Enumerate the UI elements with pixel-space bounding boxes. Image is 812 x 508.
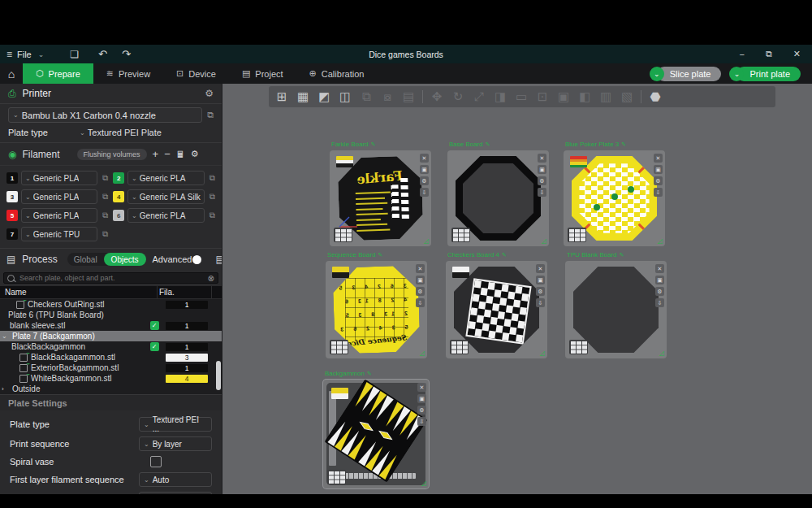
orient-plate-icon[interactable]: ⇩	[536, 298, 545, 307]
ams-sync-icon[interactable]: 🖩	[176, 150, 185, 159]
printer-select[interactable]: ⌄ Bambu Lab X1 Carbon 0.4 nozzle	[8, 107, 202, 123]
file-menu[interactable]: File	[17, 50, 32, 59]
plate-name[interactable]: Sequence Board✎	[327, 251, 382, 258]
filament-badge[interactable]: 1	[166, 364, 208, 372]
plate-card-checkers[interactable]: Checkers Board 4✎ ✕ ▣ ⚙ ⇩ ◿	[446, 261, 547, 358]
delete-plate-icon[interactable]: ✕	[654, 154, 663, 163]
add-object-icon[interactable]: ⊞	[272, 86, 292, 107]
object-row[interactable]: blank sleeve.stl ✓ 1	[0, 320, 222, 331]
tab-project[interactable]: ▤ Project	[229, 63, 296, 84]
lock-plate-icon[interactable]: ▣	[417, 394, 426, 403]
hamburger-menu-icon[interactable]: ≡	[6, 50, 12, 59]
plate-card-base-board[interactable]: Base Board✎ ✕ ▣ ⚙ ⇩ ◿	[447, 150, 549, 246]
redo-icon[interactable]: ↷	[122, 49, 131, 59]
plate-move-widget[interactable]	[451, 228, 470, 242]
edit-plate-name-icon[interactable]: ✎	[371, 141, 376, 147]
edit-printer-icon[interactable]: ⧉	[207, 110, 214, 120]
filament-badge[interactable]: 1	[166, 301, 208, 309]
process-list-icon[interactable]: ▤	[215, 254, 222, 265]
plate-move-widget[interactable]	[568, 228, 586, 242]
filament-color-swatch[interactable]: 2	[113, 172, 124, 184]
object-list-scrollbar[interactable]	[216, 361, 221, 390]
slice-plate-button[interactable]: Slice plate	[657, 67, 722, 81]
orient-plate-icon[interactable]: ⇩	[420, 188, 429, 197]
tab-calibration[interactable]: ⊕ Calibration	[296, 63, 378, 84]
edit-plate-name-icon[interactable]: ✎	[378, 252, 383, 258]
tab-device[interactable]: ⊡ Device	[163, 63, 229, 84]
plate-settings-icon[interactable]: ⚙	[655, 287, 664, 296]
object-row[interactable]: Checkers OutRing.stl 1	[0, 299, 222, 310]
spiral-vase-checkbox[interactable]	[150, 456, 162, 467]
edit-plate-name-icon[interactable]: ✎	[367, 371, 372, 376]
edit-filament-icon[interactable]: ⧉	[102, 192, 108, 202]
plate-settings-icon[interactable]: ⚙	[416, 287, 425, 296]
plate-move-widget[interactable]	[450, 340, 469, 354]
delete-plate-icon[interactable]: ✕	[538, 154, 546, 163]
filament-slot-7[interactable]: 7 ⌄Generic TPU ⧉	[6, 227, 108, 241]
collapse-chevron-icon[interactable]: ⌄	[2, 332, 9, 340]
save-project-icon[interactable]: ❏	[70, 50, 79, 59]
auto-orient-icon[interactable]: ◩	[314, 86, 334, 107]
lock-plate-icon[interactable]: ▣	[420, 165, 429, 174]
other-layers-sequence-select[interactable]: ⌄Auto	[139, 492, 212, 494]
plate-card-sequence[interactable]: Sequence Board✎ 3 6 2 4 3 5 4 2 8 13 6 2…	[326, 261, 427, 358]
objects-option[interactable]: Objects	[104, 253, 146, 266]
plate-card-backgammon[interactable]: Backgammon✎	[323, 380, 429, 488]
filament-badge[interactable]: 1	[166, 343, 208, 351]
orient-plate-icon[interactable]: ⇩	[538, 188, 546, 197]
filament-badge[interactable]: 1	[166, 322, 208, 330]
visibility-check-icon[interactable]: ✓	[150, 321, 159, 330]
tab-prepare[interactable]: ⬡ Prepare	[23, 63, 93, 84]
tab-preview[interactable]: ≋ Preview	[93, 63, 163, 84]
search-input[interactable]	[18, 273, 205, 283]
global-objects-toggle[interactable]: Global Objects	[67, 253, 146, 266]
plate-settings-icon[interactable]: ⚙	[536, 287, 545, 296]
plate-card-poker[interactable]: Blue Poker Plate 3✎ ✕ ▣ ⚙ ⇩ ◿	[564, 150, 665, 246]
add-plate-icon[interactable]: ▦	[293, 86, 313, 107]
expand-chevron-icon[interactable]: ›	[2, 385, 9, 393]
plate-name[interactable]: TPU Blank Board✎	[567, 251, 624, 258]
assembly-view-icon[interactable]: ⬣	[646, 86, 665, 107]
edit-plate-name-icon[interactable]: ✎	[486, 141, 490, 147]
object-row[interactable]: BlackBackagammon ✓ 1	[0, 341, 222, 352]
delete-plate-icon[interactable]: ✕	[416, 264, 425, 273]
clear-search-icon[interactable]: ⊗	[208, 274, 214, 283]
edit-filament-icon[interactable]: ⧉	[102, 211, 108, 220]
filament-slot-6[interactable]: 6 ⌄Generic PLA ⧉	[113, 208, 215, 223]
print-plate-split-button[interactable]: ⌄ Print plate	[729, 67, 801, 81]
flushing-volumes-button[interactable]: Flushing volumes	[77, 149, 147, 160]
plate-name[interactable]: Base Board✎	[449, 141, 490, 148]
delete-plate-icon[interactable]: ✕	[417, 383, 426, 392]
close-button[interactable]: ✕	[793, 49, 801, 59]
orient-plate-icon[interactable]: ⇩	[655, 298, 664, 307]
plate-move-widget[interactable]	[327, 470, 346, 484]
object-row[interactable]: BlackBackagammon.stl 3	[0, 352, 222, 363]
object-row[interactable]: ExteriorBackgammon.stl 1	[0, 363, 222, 373]
plate-handle-icon[interactable]: ◿	[540, 350, 545, 357]
plate-row[interactable]: Plate 6 (TPU Blank Board)	[0, 310, 222, 320]
delete-plate-icon[interactable]: ✕	[536, 264, 545, 273]
edit-plate-name-icon[interactable]: ✎	[502, 252, 507, 258]
arrange-icon[interactable]: ◫	[335, 86, 355, 107]
filament-settings-gear-icon[interactable]: ⚙	[191, 149, 199, 159]
plate-card-tpu-blank[interactable]: TPU Blank Board✎ ✕ ▣ ⚙ ⇩ ◿	[565, 261, 667, 358]
edit-plate-name-icon[interactable]: ✎	[621, 141, 626, 147]
global-option[interactable]: Global	[67, 255, 104, 264]
delete-plate-icon[interactable]: ✕	[655, 264, 664, 273]
plate-name[interactable]: Blue Poker Plate 3✎	[565, 141, 626, 148]
edit-filament-icon[interactable]: ⧉	[209, 211, 215, 220]
edit-filament-icon[interactable]: ⧉	[102, 229, 108, 239]
lock-plate-icon[interactable]: ▣	[536, 276, 545, 284]
lock-plate-icon[interactable]: ▣	[654, 165, 663, 174]
filament-color-swatch[interactable]: 7	[6, 228, 18, 240]
plate-handle-icon[interactable]: ◿	[542, 237, 546, 245]
filament-slot-1[interactable]: 1 ⌄Generic PLA ⧉	[6, 171, 108, 185]
maximize-button[interactable]: ⧉	[766, 49, 772, 59]
filament-slot-2[interactable]: 2 ⌄Generic PLA ⧉	[113, 171, 215, 185]
plate-settings-icon[interactable]: ⚙	[417, 406, 426, 415]
lock-plate-icon[interactable]: ▣	[538, 165, 546, 174]
plate-settings-icon[interactable]: ⚙	[420, 176, 429, 185]
filament-color-swatch[interactable]: 6	[113, 210, 124, 221]
plate-name[interactable]: Backgammon✎	[325, 370, 372, 377]
slice-options-chevron-icon[interactable]: ⌄	[650, 67, 664, 81]
